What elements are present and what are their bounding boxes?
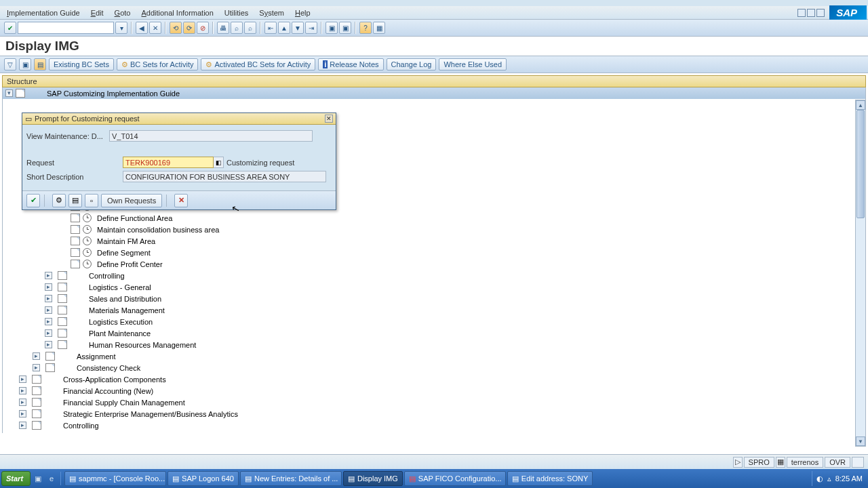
f4-help-button[interactable]: ◧	[214, 157, 224, 168]
maximize-icon[interactable]	[807, 9, 815, 17]
minimize-icon[interactable]	[797, 9, 806, 17]
tree-item[interactable]: Define Functional Area	[3, 212, 865, 224]
layout-button[interactable]: ▦	[373, 22, 385, 34]
release-notes-button[interactable]: iRelease Notes	[318, 58, 383, 70]
refresh-button[interactable]: ⟳	[183, 22, 195, 34]
scroll-down-icon[interactable]: ▼	[856, 436, 865, 446]
expand-icon[interactable]: ▸	[45, 295, 52, 302]
tree-item[interactable]: Maintain consolidation business area	[3, 224, 865, 235]
enter-button[interactable]: ✔	[4, 22, 16, 34]
expand-icon[interactable]: ▸	[45, 306, 52, 314]
print-button[interactable]: 🖶	[217, 22, 229, 34]
taskbar-item[interactable]: ▤Edit address: SONY	[507, 471, 593, 486]
expand-icon[interactable]: ▸	[19, 422, 26, 429]
taskbar-item[interactable]: ▤SAP Logon 640	[167, 471, 239, 486]
tray-icon[interactable]: ◐	[816, 474, 823, 483]
tree-item[interactable]: ▸Sales and Distribution	[3, 293, 865, 304]
tree-item[interactable]: Define Profit Center	[3, 258, 865, 270]
first-page-button[interactable]: ⇤	[264, 22, 277, 34]
status-expand-icon[interactable]: ▷	[733, 457, 743, 468]
where-else-used-button[interactable]: Where Else Used	[439, 58, 507, 70]
expand-icon[interactable]: ▸	[19, 410, 26, 418]
tree-item[interactable]: ▸Financial Accounting (New)	[3, 385, 865, 396]
expand-icon[interactable]: ▸	[19, 399, 26, 406]
new-session-button[interactable]: ▣	[326, 22, 338, 34]
system-tray[interactable]: ◐ ▵ 8:25 AM	[812, 471, 867, 486]
continue-button[interactable]: ✔	[26, 194, 40, 207]
tree-item[interactable]: ▸Financial Supply Chain Management	[3, 396, 865, 408]
prev-page-button[interactable]: ▲	[278, 22, 290, 34]
tree-item[interactable]: ▸Consistency Check	[3, 362, 865, 373]
start-button[interactable]: Start	[1, 471, 31, 486]
tree-item[interactable]: ▸Assignment	[3, 350, 865, 362]
menu-goto[interactable]: Goto	[109, 7, 136, 18]
tree-item[interactable]: Define Segment	[3, 247, 865, 258]
collapse-all-button[interactable]: ▣	[19, 58, 31, 70]
help-button[interactable]: ?	[359, 22, 372, 34]
expand-icon[interactable]: ▸	[33, 352, 40, 360]
tree-item[interactable]: ▸Controlling	[3, 270, 865, 281]
cancel-button[interactable]: ✕	[174, 194, 188, 207]
scroll-up-icon[interactable]: ▲	[856, 100, 865, 110]
back-button[interactable]: ◀	[136, 22, 148, 34]
tree-item[interactable]: ▸Logistics Execution	[3, 316, 865, 327]
menu-edit[interactable]: Edit	[85, 7, 109, 18]
menu-help[interactable]: Help	[290, 7, 316, 18]
exit-button[interactable]: ✕	[149, 22, 161, 34]
tree-item[interactable]: ▸Plant Maintenance	[3, 327, 865, 339]
dialog-close-button[interactable]: ✕	[325, 115, 333, 123]
menu-implementation-guide[interactable]: Implementation Guide	[1, 7, 85, 18]
next-page-button[interactable]: ▼	[292, 22, 304, 34]
tree-item[interactable]: ▸Human Resources Management	[3, 339, 865, 350]
expand-icon[interactable]: ▸	[33, 364, 40, 371]
status-resize-grip[interactable]	[852, 457, 864, 468]
quicklaunch-desktop-icon[interactable]: ▣	[32, 472, 44, 485]
quicklaunch-ie-icon[interactable]: e	[45, 472, 58, 485]
tree-root[interactable]: ▾ SAP Customizing Implementation Guide	[3, 87, 865, 99]
expand-icon[interactable]: ▸	[19, 375, 26, 383]
new-button[interactable]: ▫	[85, 194, 98, 207]
activated-bc-sets-button[interactable]: ⚙Activated BC Sets for Activity	[201, 58, 315, 70]
expand-icon[interactable]: ▸	[19, 387, 26, 394]
vertical-scrollbar[interactable]: ▲ ▼	[855, 100, 866, 447]
taskbar-item[interactable]: ▤New Entries: Details of ...	[240, 471, 342, 486]
close-window-icon[interactable]	[816, 9, 825, 17]
bc-sets-activity-button[interactable]: ⚙BC Sets for Activity	[117, 58, 199, 70]
cancel-button[interactable]: ⟲	[170, 22, 182, 34]
shortcut-button[interactable]: ▣	[339, 22, 351, 34]
existing-bc-sets-button[interactable]: Existing BC Sets	[49, 58, 114, 70]
command-field[interactable]	[18, 22, 114, 34]
tree-layout-button[interactable]: ▤	[34, 58, 46, 70]
tree-item[interactable]: ▸Strategic Enterprise Management/Busines…	[3, 408, 865, 420]
scroll-thumb[interactable]	[856, 110, 865, 218]
dropdown-icon[interactable]: ▾	[115, 22, 127, 34]
tree-item[interactable]: ▸Materials Management	[3, 304, 865, 316]
own-requests-button[interactable]: Own Requests	[101, 194, 162, 207]
expand-icon[interactable]: ▸	[45, 283, 52, 291]
taskbar-item[interactable]: ▤SAP FICO Configuratio...	[404, 471, 506, 486]
stop-button[interactable]: ⊘	[197, 22, 209, 34]
expand-icon[interactable]: ▸	[45, 329, 52, 337]
last-page-button[interactable]: ⇥	[305, 22, 317, 34]
display-button[interactable]: ▤	[68, 194, 82, 207]
tray-icon[interactable]: ▵	[827, 474, 831, 483]
find-next-button[interactable]: ⌕	[244, 22, 256, 34]
find-button[interactable]: ⌕	[231, 22, 243, 34]
tree-item[interactable]: ▸Cross-Application Components	[3, 373, 865, 385]
status-server-icon[interactable]: ▦	[776, 457, 785, 468]
menu-system[interactable]: System	[254, 7, 290, 18]
expand-icon[interactable]: ▸	[45, 318, 52, 325]
tree-item[interactable]: ▸Logistics - General	[3, 281, 865, 293]
menu-utilities[interactable]: Utilities	[219, 7, 254, 18]
menu-additional-info[interactable]: Additional Information	[136, 7, 218, 18]
expand-icon[interactable]: ▸	[45, 341, 52, 348]
create-request-button[interactable]: ⚙	[52, 194, 66, 207]
request-field[interactable]: TERK900169	[123, 157, 214, 168]
dialog-title-bar[interactable]: ▭ Prompt for Customizing request ✕	[22, 113, 336, 125]
change-log-button[interactable]: Change Log	[387, 58, 437, 70]
taskbar-item-active[interactable]: ▤Display IMG	[343, 471, 403, 486]
taskbar-item[interactable]: ▤sapmmc - [Console Roo...	[64, 471, 166, 486]
tree-item[interactable]: ▸Controlling	[3, 420, 865, 431]
expand-icon[interactable]: ▸	[45, 272, 52, 279]
tree-item[interactable]: Maintain FM Area	[3, 235, 865, 247]
